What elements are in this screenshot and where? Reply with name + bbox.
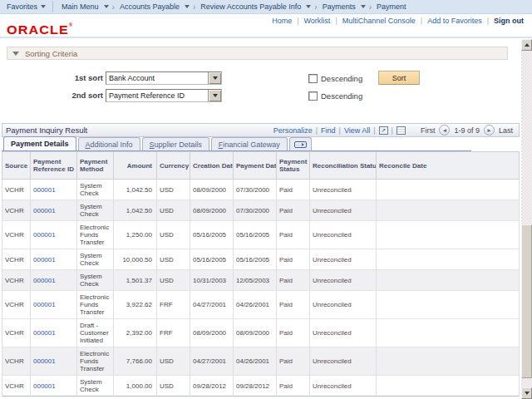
previous-rows-icon[interactable]: ◄ bbox=[439, 125, 450, 135]
cell-payment-method: Electronic Funds Transfer bbox=[77, 291, 114, 319]
scrollbar-thumb[interactable] bbox=[521, 224, 532, 378]
toolbar-link-personalize[interactable]: Personalize bbox=[273, 126, 313, 135]
sign-out-link[interactable]: Sign out bbox=[494, 17, 524, 25]
cell-creation-date: 08/09/2000 bbox=[190, 319, 234, 347]
cell-payment-reference-id[interactable]: 000001 bbox=[31, 180, 77, 200]
cell-amount: 1,000.00 bbox=[114, 376, 157, 397]
cell-payment-reference-id[interactable]: 000001 bbox=[31, 221, 77, 249]
cell-amount: 10,000.50 bbox=[114, 249, 157, 270]
breadcrumb-separator-icon: › bbox=[369, 2, 372, 12]
show-all-columns-tab[interactable]: ··· bbox=[289, 137, 312, 150]
cell-payment-method: System Check bbox=[77, 180, 114, 200]
pager-last-label[interactable]: Last bbox=[499, 126, 513, 135]
header-link-worklist[interactable]: Worklist bbox=[304, 17, 331, 25]
oracle-logo-text: ORACLE bbox=[7, 22, 69, 37]
breadcrumb-item-review-accounts-payable-info[interactable]: Review Accounts Payable Info bbox=[200, 2, 301, 11]
breadcrumb-item-accounts-payable[interactable]: Accounts Payable bbox=[120, 2, 180, 11]
vertical-scrollbar[interactable] bbox=[521, 39, 532, 399]
toolbar-link-view-all[interactable]: View All bbox=[344, 126, 370, 135]
breadcrumb-item-main-menu[interactable]: Main Menu bbox=[62, 2, 99, 11]
next-rows-icon[interactable]: ► bbox=[484, 125, 495, 135]
tab-financial-gateway[interactable]: Financial Gateway bbox=[211, 137, 288, 150]
cell-reconcile-date bbox=[377, 319, 520, 347]
breadcrumb-item-payments[interactable]: Payments bbox=[323, 2, 356, 11]
cell-payment-reference-id[interactable]: 000001 bbox=[31, 347, 77, 376]
cell-creation-date: 08/09/2000 bbox=[190, 180, 234, 200]
cell-amount: 3,922.62 bbox=[114, 291, 157, 319]
cell-payment-reference-id[interactable]: 000001 bbox=[31, 319, 77, 347]
tab-supplier-details[interactable]: Supplier Details bbox=[142, 137, 209, 150]
header-links: Home|Worklist|MultiChannel Console|Add t… bbox=[267, 14, 525, 27]
cell-amount: 2,392.00 bbox=[114, 319, 157, 347]
second-sort-dropdown[interactable]: Payment Reference ID bbox=[106, 89, 222, 102]
sorting-criteria-header[interactable]: Sorting Criteria bbox=[7, 47, 508, 60]
cell-currency: USD bbox=[157, 180, 190, 200]
cell-payment-reference-id[interactable]: 000001 bbox=[31, 270, 77, 291]
combo-arrow-icon bbox=[213, 94, 218, 97]
cell-currency: USD bbox=[157, 347, 190, 376]
cell-currency: USD bbox=[157, 200, 190, 221]
link-separator: | bbox=[339, 126, 341, 135]
cell-payment-reference-id[interactable]: 000001 bbox=[31, 200, 77, 221]
cell-creation-date: 04/27/2001 bbox=[190, 291, 234, 319]
table-row: VCHR000001Electronic Funds Transfer7,766… bbox=[2, 347, 520, 376]
header-link-multichannel-console[interactable]: MultiChannel Console bbox=[342, 17, 416, 25]
breadcrumb-bar: Favorites Main Menu›Accounts Payable›Rev… bbox=[0, 0, 532, 14]
breadcrumb-item-payment[interactable]: Payment bbox=[377, 2, 406, 11]
download-grid-icon[interactable] bbox=[397, 126, 406, 135]
payment-inquiry-result-bar: Payment Inquiry Result Personalize|Find|… bbox=[2, 123, 520, 137]
scroll-down-icon[interactable] bbox=[521, 387, 532, 399]
cell-reconciliation-status: Unreconciled bbox=[310, 221, 377, 249]
dropdown-arrow-icon bbox=[361, 5, 366, 8]
cell-creation-date: 09/28/2012 bbox=[190, 376, 234, 397]
link-separator: | bbox=[392, 126, 393, 135]
cell-reconciliation-status: Unreconciled bbox=[310, 347, 377, 376]
tab-additional-info[interactable]: Additional Info bbox=[78, 137, 140, 150]
pager-range: 1-9 of 9 bbox=[454, 126, 480, 135]
sort-button[interactable]: Sort bbox=[378, 71, 420, 85]
favorites-menu[interactable]: Favorites bbox=[0, 0, 52, 13]
link-separator: | bbox=[335, 17, 337, 25]
cell-creation-date: 10/31/2003 bbox=[190, 270, 234, 291]
scroll-up-icon[interactable] bbox=[521, 39, 532, 51]
table-row: VCHR000001System Check1,501.37USD10/31/2… bbox=[2, 270, 520, 291]
grid-header-row: SourcePayment Reference IDPayment Method… bbox=[2, 152, 520, 180]
show-all-columns-icon: ··· bbox=[294, 141, 307, 148]
cell-amount: 1,501.37 bbox=[114, 270, 157, 291]
results-tabstrip: Payment DetailsAdditional InfoSupplier D… bbox=[2, 137, 471, 151]
cell-reconcile-date bbox=[377, 221, 520, 249]
zoom-new-window-icon[interactable]: ↗ bbox=[379, 126, 388, 135]
header-divider bbox=[0, 37, 532, 38]
cell-payment-status: Paid bbox=[277, 291, 310, 319]
oracle-logo: ORACLE® bbox=[7, 22, 73, 37]
first-sort-dropdown[interactable]: Bank Account bbox=[106, 71, 222, 85]
cell-reconciliation-status: Unreconciled bbox=[310, 180, 377, 200]
second-descending-checkbox[interactable] bbox=[308, 91, 318, 101]
cell-reconciliation-status: Unreconciled bbox=[310, 270, 377, 291]
cell-payment-method: Electronic Funds Transfer bbox=[77, 347, 114, 376]
cell-creation-date: 05/16/2005 bbox=[190, 221, 234, 249]
pager-first-label[interactable]: First bbox=[421, 126, 436, 135]
dropdown-button[interactable] bbox=[208, 72, 221, 84]
first-descending-checkbox[interactable] bbox=[308, 74, 318, 83]
dropdown-arrow-icon bbox=[41, 5, 46, 8]
cell-payment-date: 05/16/2005 bbox=[234, 221, 277, 249]
cell-payment-method: System Check bbox=[77, 200, 114, 221]
grid-pager: First ◄ 1-9 of 9 ► Last bbox=[418, 125, 515, 135]
cell-payment-date: 09/28/2012 bbox=[234, 376, 277, 397]
cell-payment-reference-id[interactable]: 000001 bbox=[31, 291, 77, 319]
cell-payment-date: 08/09/2000 bbox=[234, 319, 277, 347]
cell-reconcile-date bbox=[377, 291, 520, 319]
breadcrumb: Main Menu›Accounts Payable›Review Accoun… bbox=[60, 2, 408, 12]
cell-source: VCHR bbox=[2, 180, 31, 200]
header-link-home[interactable]: Home bbox=[272, 17, 292, 25]
cell-payment-reference-id[interactable]: 000001 bbox=[31, 249, 77, 270]
cell-currency: FRF bbox=[157, 291, 190, 319]
header-link-add-to-favorites[interactable]: Add to Favorites bbox=[427, 17, 482, 25]
dropdown-button[interactable] bbox=[208, 90, 221, 101]
tab-payment-details[interactable]: Payment Details bbox=[3, 136, 76, 150]
toolbar-link-find[interactable]: Find bbox=[321, 126, 336, 135]
cell-payment-reference-id[interactable]: 000001 bbox=[31, 376, 77, 397]
col-header-source: Source bbox=[2, 152, 31, 180]
cell-source: VCHR bbox=[2, 270, 31, 291]
